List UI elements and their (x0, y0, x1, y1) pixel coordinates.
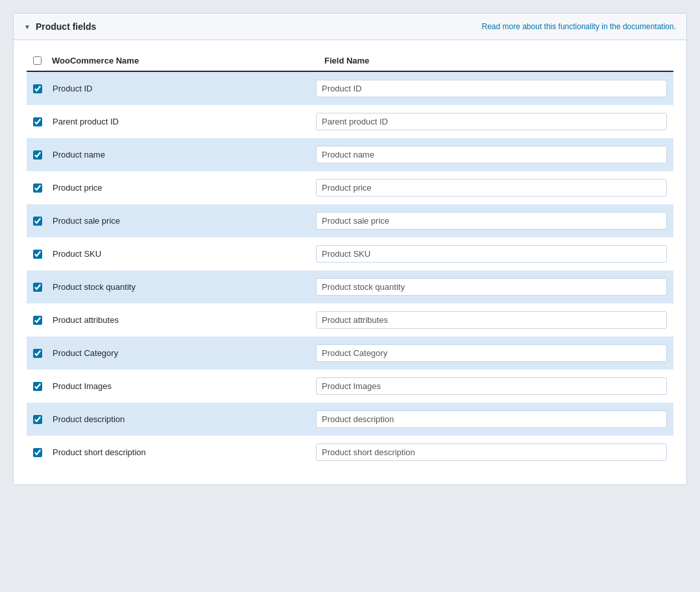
row-input-wrap-product-attributes (316, 311, 667, 329)
select-all-checkbox[interactable] (33, 56, 42, 65)
row-input-wrap-product-price (316, 179, 667, 196)
col-woocommerce-name-header: WooCommerce Name (52, 56, 324, 65)
row-label-product-sale-price: Product sale price (53, 216, 316, 226)
row-input-parent-product-id[interactable] (316, 113, 667, 130)
row-checkbox-product-short-description[interactable] (33, 448, 42, 457)
table-row: Product attributes (27, 303, 673, 337)
row-input-product-stock-quantity[interactable] (316, 278, 667, 296)
row-label-product-sku: Product SKU (53, 249, 316, 259)
row-checkbox-product-images[interactable] (33, 382, 42, 391)
row-input-wrap-product-id (316, 80, 667, 97)
row-input-wrap-product-sku (316, 245, 667, 263)
row-label-product-description: Product description (53, 414, 316, 424)
row-input-product-sku[interactable] (316, 245, 667, 263)
toggle-arrow-icon[interactable]: ▼ (24, 23, 30, 30)
table-row: Product ID (27, 72, 673, 105)
col-field-name-header: Field Name (324, 56, 667, 65)
row-checkbox-product-category[interactable] (33, 349, 42, 358)
row-checkbox-product-sku[interactable] (33, 250, 42, 259)
product-fields-card: ▼ Product fields Read more about this fu… (13, 13, 687, 485)
row-input-wrap-product-description (316, 410, 667, 428)
table-row: Product SKU (27, 237, 673, 270)
row-label-product-name: Product name (53, 150, 316, 160)
row-input-product-short-description[interactable] (316, 444, 667, 461)
row-label-product-id: Product ID (53, 84, 316, 93)
row-checkbox-product-stock-quantity[interactable] (33, 283, 42, 292)
row-checkbox-product-sale-price[interactable] (33, 217, 42, 226)
row-checkbox-parent-product-id[interactable] (33, 117, 42, 126)
row-input-product-attributes[interactable] (316, 311, 667, 329)
row-input-product-id[interactable] (316, 80, 667, 97)
row-checkbox-product-price[interactable] (33, 184, 42, 193)
table-row: Product stock quantity (27, 270, 673, 303)
table-row: Product price (27, 171, 673, 204)
row-checkbox-product-description[interactable] (33, 415, 42, 424)
table-row: Product short description (27, 436, 673, 469)
row-input-product-price[interactable] (316, 179, 667, 196)
row-input-wrap-parent-product-id (316, 113, 667, 130)
row-label-product-attributes: Product attributes (53, 315, 316, 325)
row-input-wrap-product-category (316, 344, 667, 362)
row-input-wrap-product-images (316, 377, 667, 395)
row-input-product-images[interactable] (316, 377, 667, 395)
row-checkbox-product-id[interactable] (33, 84, 42, 93)
table-rows-container: Product IDParent product IDProduct nameP… (27, 72, 673, 469)
row-label-product-price: Product price (53, 183, 316, 193)
table-row: Parent product ID (27, 105, 673, 138)
table-row: Product name (27, 138, 673, 171)
row-label-product-category: Product Category (53, 348, 316, 358)
row-input-wrap-product-sale-price (316, 212, 667, 230)
table-row: Product Category (27, 337, 673, 370)
card-body: WooCommerce Name Field Name Product IDPa… (14, 40, 686, 484)
table-row: Product sale price (27, 204, 673, 237)
row-checkbox-product-name[interactable] (33, 150, 42, 160)
row-input-product-name[interactable] (316, 146, 667, 163)
row-input-product-category[interactable] (316, 344, 667, 362)
row-input-product-description[interactable] (316, 410, 667, 428)
card-header-left: ▼ Product fields (24, 21, 96, 32)
row-input-wrap-product-stock-quantity (316, 278, 667, 296)
row-label-product-stock-quantity: Product stock quantity (53, 282, 316, 292)
row-label-product-short-description: Product short description (53, 447, 316, 457)
table-row: Product description (27, 403, 673, 436)
row-label-parent-product-id: Parent product ID (53, 117, 316, 126)
row-input-wrap-product-name (316, 146, 667, 163)
card-title: Product fields (36, 21, 96, 32)
row-label-product-images: Product Images (53, 381, 316, 391)
row-checkbox-product-attributes[interactable] (33, 316, 42, 325)
table-row: Product Images (27, 370, 673, 403)
doc-link[interactable]: Read more about this functionality in th… (481, 22, 676, 31)
table-header: WooCommerce Name Field Name (27, 51, 673, 72)
doc-link-anchor[interactable]: Read more about this functionality in th… (481, 22, 676, 31)
card-header: ▼ Product fields Read more about this fu… (14, 14, 686, 40)
row-input-wrap-product-short-description (316, 444, 667, 461)
row-input-product-sale-price[interactable] (316, 212, 667, 230)
